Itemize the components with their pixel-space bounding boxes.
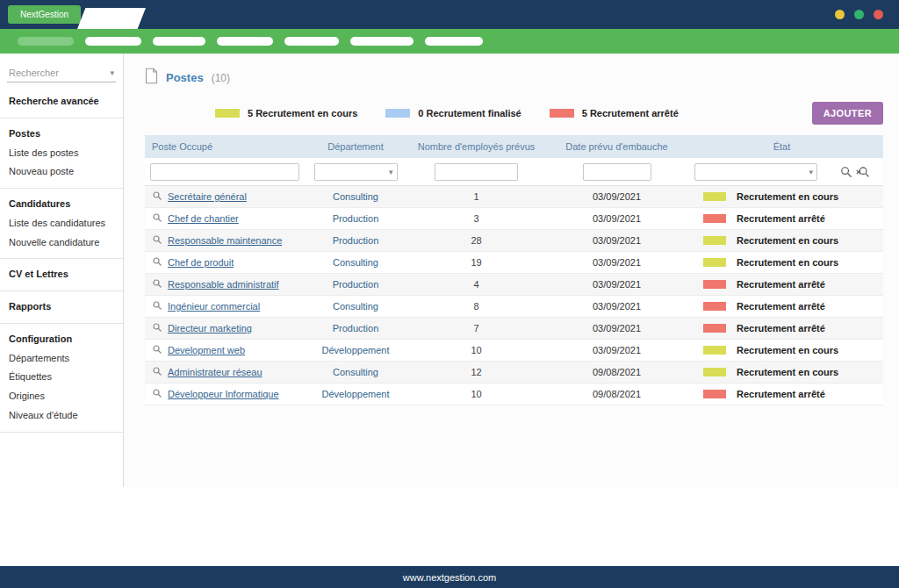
sidebar-item-candidatures[interactable]: Candidatures — [0, 195, 123, 214]
search-button[interactable] — [838, 164, 854, 180]
employees-cell: 19 — [399, 257, 553, 268]
table-row[interactable]: Development web Développement 10 03/09/2… — [145, 340, 883, 362]
magnifier-icon[interactable] — [152, 278, 162, 290]
magnifier-icon[interactable] — [152, 256, 162, 269]
poste-link[interactable]: Responsable administratif — [168, 279, 279, 290]
sidebar-item-recherche-avancee[interactable]: Recherche avancée — [0, 92, 123, 111]
chevron-down-icon: ▾ — [389, 168, 393, 176]
magnifier-icon[interactable] — [152, 366, 162, 378]
sidebar-item-cv-et-lettres[interactable]: CV et Lettres — [0, 265, 123, 284]
ajouter-button[interactable]: AJOUTER — [812, 102, 883, 125]
poste-link[interactable]: Development web — [168, 345, 245, 355]
table-body: Secrétaire général Consulting 1 03/09/20… — [145, 186, 883, 405]
departement-cell: Développement — [312, 389, 399, 399]
sidebar-item-nouvelle-candidature[interactable]: Nouvelle candidature — [0, 233, 123, 253]
employees-cell: 12 — [399, 367, 553, 377]
menu-item-pill[interactable] — [425, 37, 483, 46]
departement-filter-select[interactable]: ▾ — [314, 163, 398, 181]
app-window: NextGestion Rechercher ▾ Recherche avanc… — [0, 0, 899, 588]
table-row[interactable]: Directeur marketing Production 7 03/09/2… — [145, 318, 883, 340]
employees-cell: 10 — [399, 389, 553, 399]
poste-link[interactable]: Ingénieur commercial — [168, 301, 260, 312]
table-row[interactable]: Chef de produit Consulting 19 03/09/2021… — [145, 252, 883, 274]
sidebar-item-niveaux-d-etude[interactable]: Niveaux d'étude — [0, 406, 123, 426]
date-cell: 03/09/2021 — [553, 257, 680, 268]
main-panel: Postes (10) 5 Recrutement en cours 0 Rec… — [124, 54, 899, 487]
table-row[interactable]: Chef de chantier Production 3 03/09/2021… — [145, 208, 883, 230]
magnifier-icon[interactable] — [152, 234, 162, 247]
menu-item-pill[interactable] — [350, 37, 414, 46]
sidebar-item-etiquettes[interactable]: Étiquettes — [0, 368, 123, 387]
magnifier-icon[interactable] — [152, 322, 162, 334]
sidebar: Rechercher ▾ Recherche avancéePostesList… — [0, 54, 124, 487]
employees-cell: 10 — [399, 345, 553, 355]
content-area: Rechercher ▾ Recherche avancéePostesList… — [0, 54, 899, 487]
table-row[interactable]: Secrétaire général Consulting 1 03/09/20… — [145, 186, 883, 208]
table-row[interactable]: Développeur Informatique Développement 1… — [145, 384, 883, 405]
postes-table: Poste Occupé Département Nombre d'employ… — [145, 135, 883, 405]
magnifier-icon[interactable] — [152, 212, 162, 225]
date-filter-input[interactable] — [583, 163, 651, 181]
column-header-poste: Poste Occupé — [145, 141, 312, 152]
column-header-departement: Département — [312, 141, 399, 152]
table-row[interactable]: Responsable maintenance Production 28 03… — [145, 230, 883, 252]
poste-link[interactable]: Administrateur réseau — [168, 367, 263, 377]
main-menu-bar — [0, 29, 899, 54]
legend-label: 5 Recrutement arrêté — [582, 108, 679, 118]
status-swatch — [703, 258, 726, 267]
sidebar-item-liste-des-candidatures[interactable]: Liste des candidatures — [0, 214, 123, 233]
status-swatch — [703, 214, 726, 223]
sidebar-search-combobox[interactable]: Rechercher ▾ — [7, 64, 116, 82]
poste-link[interactable]: Chef de produit — [168, 257, 234, 268]
poste-link[interactable]: Développeur Informatique — [168, 389, 279, 399]
poste-link[interactable]: Chef de chantier — [168, 213, 239, 224]
magnifier-icon[interactable] — [152, 388, 162, 400]
sidebar-item-postes[interactable]: Postes — [0, 125, 123, 144]
poste-filter-input[interactable] — [150, 163, 299, 181]
date-cell: 03/09/2021 — [553, 345, 680, 355]
menu-item-pill[interactable] — [284, 37, 339, 46]
sidebar-group: Recherche avancée — [0, 86, 123, 118]
sidebar-item-configuration[interactable]: Configuration — [0, 330, 123, 349]
table-row[interactable]: Administrateur réseau Consulting 12 09/0… — [145, 362, 883, 384]
legend-item-finalise: 0 Recrutement finalisé — [385, 108, 521, 118]
page-title: Postes — [166, 71, 204, 84]
poste-link[interactable]: Responsable maintenance — [168, 235, 282, 246]
minimize-dot-icon[interactable] — [835, 10, 845, 19]
sidebar-item-liste-des-postes[interactable]: Liste des postes — [0, 144, 123, 163]
footer-url: www.nextgestion.com — [403, 572, 496, 583]
sidebar-item-departements[interactable]: Départements — [0, 349, 123, 369]
legend-label: 5 Recrutement en cours — [248, 108, 357, 118]
status-label: Recrutement arrêté — [737, 323, 825, 333]
date-cell: 03/09/2021 — [553, 235, 680, 246]
sidebar-item-rapports[interactable]: Rapports — [0, 298, 123, 317]
sidebar-item-origines[interactable]: Origines — [0, 387, 123, 406]
menu-item-pill[interactable] — [18, 37, 74, 46]
magnifier-icon[interactable] — [152, 300, 162, 312]
poste-link[interactable]: Secrétaire général — [168, 191, 247, 202]
nombre-filter-input[interactable] — [435, 163, 518, 181]
poste-link[interactable]: Directeur marketing — [168, 323, 252, 333]
table-row[interactable]: Responsable administratif Production 4 0… — [145, 274, 883, 296]
status-label: Recrutement en cours — [737, 345, 838, 355]
menu-item-pill[interactable] — [153, 37, 205, 46]
menu-item-pill[interactable] — [85, 37, 141, 46]
close-dot-icon[interactable] — [874, 10, 883, 19]
menu-item-pill[interactable] — [217, 37, 273, 46]
table-row[interactable]: Ingénieur commercial Consulting 8 03/09/… — [145, 296, 883, 318]
page-count: (10) — [212, 72, 230, 84]
employees-cell: 4 — [399, 279, 553, 290]
employees-cell: 7 — [399, 323, 553, 333]
date-cell: 03/09/2021 — [553, 191, 680, 202]
magnifier-icon[interactable] — [152, 190, 162, 203]
status-label: Recrutement arrêté — [737, 389, 825, 399]
status-swatch — [703, 368, 726, 376]
etat-filter-select[interactable]: ▾ — [694, 163, 817, 181]
magnifier-icon[interactable] — [152, 344, 162, 356]
status-swatch — [703, 302, 726, 311]
maximize-dot-icon[interactable] — [854, 10, 864, 19]
table-header-row: Poste Occupé Département Nombre d'employ… — [145, 135, 883, 158]
reset-search-button[interactable] — [854, 164, 871, 180]
employees-cell: 3 — [399, 213, 553, 224]
sidebar-item-nouveau-poste[interactable]: Nouveau poste — [0, 162, 123, 182]
